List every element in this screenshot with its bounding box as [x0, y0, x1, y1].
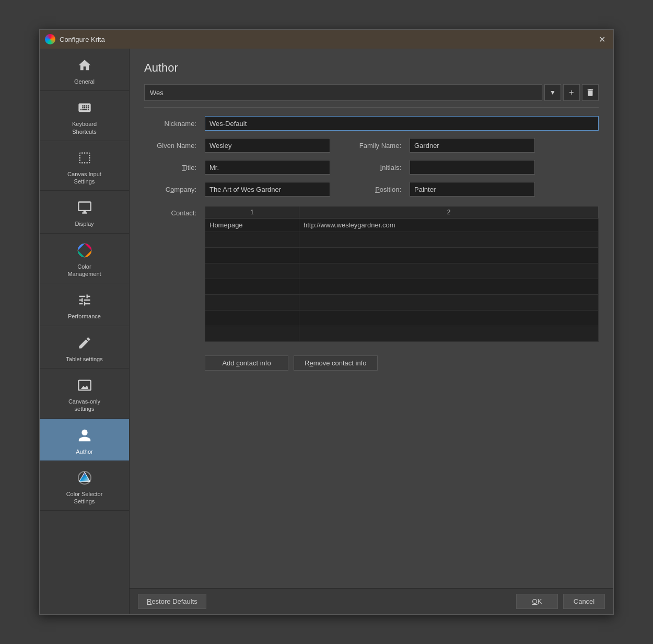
contact-table-wrapper: 1 2 Homepage http://www.wesleygardner.co… [205, 206, 599, 342]
title-label: Title: [144, 164, 196, 171]
keyboard-icon [75, 98, 94, 117]
sidebar-item-label-tablet: Tablet settings [66, 355, 102, 363]
table-row-empty-7 [205, 326, 599, 342]
sidebar-item-tablet[interactable]: Tablet settings [40, 326, 129, 369]
divider [144, 107, 599, 108]
person-icon [75, 426, 94, 445]
sidebar-item-label-color-selector: Color SelectorSettings [66, 490, 103, 505]
table-row-empty-1 [205, 232, 599, 248]
main-panel: Author Wes ▼ + Nick [130, 49, 613, 614]
color-triangle-icon [75, 468, 94, 487]
display-icon [75, 198, 94, 217]
nickname-label: Nickname: [144, 120, 196, 128]
krita-logo [45, 34, 55, 44]
author-form: Nickname: Given Name: Family Name: Title… [144, 116, 599, 371]
sidebar-item-label-general: General [74, 78, 95, 85]
close-button[interactable]: ✕ [596, 33, 608, 45]
title-row: Title: Initials: [144, 160, 599, 175]
main-scroll-area: Author Wes ▼ + Nick [130, 49, 613, 588]
contact-col2-header: 2 [299, 206, 599, 218]
sliders-icon [75, 291, 94, 309]
position-label: Position: [339, 186, 401, 193]
given-name-input[interactable] [205, 138, 330, 153]
home-icon [75, 56, 94, 75]
contact-section: Contact: 1 2 [144, 206, 599, 342]
given-name-label: Given Name: [144, 142, 196, 150]
delete-author-button[interactable] [582, 84, 599, 101]
company-label: Company: [144, 186, 196, 193]
titlebar: Configure Krita ✕ [40, 30, 613, 49]
ok-button[interactable]: OK [516, 594, 558, 609]
contact-col1-header: 1 [205, 206, 299, 218]
canvas-input-icon [75, 148, 94, 167]
add-author-button[interactable]: + [563, 84, 580, 101]
window-title: Configure Krita [60, 36, 591, 43]
sidebar: General KeyboardShortcuts Canvas InputSe… [40, 49, 130, 614]
restore-defaults-button[interactable]: Restore Defaults [138, 594, 206, 609]
page-title: Author [144, 61, 599, 75]
sidebar-item-display[interactable]: Display [40, 191, 129, 233]
author-dropdown-row: Wes ▼ + [144, 84, 599, 101]
contact-value-cell: http://www.wesleygardner.com [299, 218, 599, 232]
content-area: General KeyboardShortcuts Canvas InputSe… [40, 49, 613, 614]
table-row-empty-5 [205, 295, 599, 310]
dropdown-arrow-button[interactable]: ▼ [544, 84, 561, 101]
company-row: Company: Position: [144, 182, 599, 197]
sidebar-item-canvas-only[interactable]: Canvas-onlysettings [40, 369, 129, 419]
sidebar-item-author[interactable]: Author [40, 419, 129, 461]
pencil-icon [75, 334, 94, 352]
table-row-empty-2 [205, 248, 599, 263]
sidebar-item-label-canvas-only: Canvas-onlysettings [68, 398, 100, 413]
nickname-row: Nickname: [144, 116, 599, 131]
contact-type-cell: Homepage [205, 218, 299, 232]
table-row-empty-4 [205, 279, 599, 295]
initials-label: Initials: [339, 164, 401, 171]
add-contact-button[interactable]: Add contact info [205, 355, 288, 371]
table-row-empty-6 [205, 310, 599, 326]
contact-buttons: Add contact info Remove contact info [205, 355, 599, 371]
sidebar-item-color-management[interactable]: ColorManagement [40, 234, 129, 284]
color-wheel-icon [75, 241, 94, 260]
sidebar-item-label-display: Display [75, 220, 94, 227]
cancel-button[interactable]: Cancel [563, 594, 605, 609]
sidebar-item-label-author: Author [76, 448, 92, 455]
family-name-input[interactable] [410, 138, 535, 153]
bottom-bar: Restore Defaults OK Cancel [130, 588, 613, 614]
svg-marker-4 [79, 473, 90, 481]
sidebar-item-performance[interactable]: Performance [40, 283, 129, 326]
name-row: Given Name: Family Name: [144, 138, 599, 153]
sidebar-item-canvas-input[interactable]: Canvas InputSettings [40, 141, 129, 191]
table-row-empty-3 [205, 263, 599, 279]
table-row[interactable]: Homepage http://www.wesleygardner.com [205, 218, 599, 232]
sidebar-item-color-selector[interactable]: Color SelectorSettings [40, 461, 129, 511]
nickname-input[interactable] [205, 116, 599, 131]
sidebar-item-general[interactable]: General [40, 49, 129, 91]
position-input[interactable] [410, 182, 535, 197]
contact-table: 1 2 Homepage http://www.wesleygardner.co… [205, 206, 599, 342]
sidebar-item-label-canvas-input: Canvas InputSettings [67, 170, 101, 186]
family-name-label: Family Name: [339, 142, 401, 150]
sidebar-item-label-keyboard: KeyboardShortcuts [72, 120, 97, 135]
author-select[interactable]: Wes [144, 84, 542, 101]
sidebar-item-label-color-management: ColorManagement [67, 263, 101, 278]
sidebar-item-label-performance: Performance [68, 313, 101, 320]
sidebar-item-keyboard[interactable]: KeyboardShortcuts [40, 91, 129, 141]
remove-contact-button[interactable]: Remove contact info [294, 355, 378, 371]
company-input[interactable] [205, 182, 330, 197]
svg-point-1 [81, 247, 88, 254]
configure-krita-window: Configure Krita ✕ General Keyboar [39, 29, 614, 615]
contact-label: Contact: [144, 206, 196, 217]
title-input[interactable] [205, 160, 330, 175]
initials-input[interactable] [410, 160, 535, 175]
image-icon [75, 376, 94, 395]
